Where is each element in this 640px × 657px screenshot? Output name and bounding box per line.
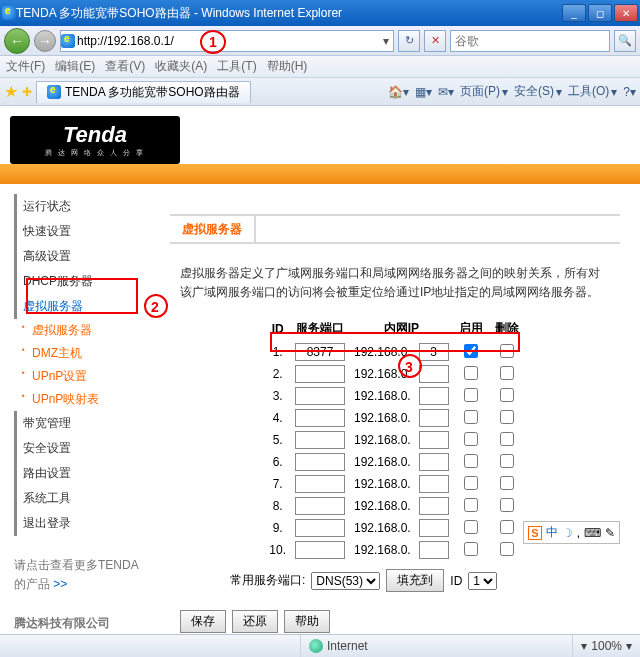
refresh-button[interactable]: ↻	[398, 30, 420, 52]
row-id: 3.	[265, 385, 290, 407]
address-dropdown[interactable]: ▾	[379, 34, 393, 48]
menu-view[interactable]: 查看(V)	[105, 58, 145, 75]
sidebar-sub-upnp-map[interactable]: UPnP映射表	[14, 388, 140, 411]
ip-input[interactable]	[419, 453, 449, 471]
search-input[interactable]	[451, 34, 609, 48]
delete-checkbox[interactable]	[500, 498, 514, 512]
enable-checkbox[interactable]	[464, 454, 478, 468]
minimize-button[interactable]: _	[562, 4, 586, 22]
ime-settings-icon[interactable]: ✎	[605, 526, 615, 540]
zoom-dropdown[interactable]: ▾	[626, 639, 632, 653]
ip-input[interactable]	[419, 497, 449, 515]
menu-file[interactable]: 文件(F)	[6, 58, 45, 75]
sidebar-item-security[interactable]: 安全设置	[14, 436, 140, 461]
sidebar-sub-upnp[interactable]: UPnP设置	[14, 365, 140, 388]
page-menu[interactable]: 页面(P)▾	[460, 83, 508, 100]
search-box[interactable]	[450, 30, 610, 52]
add-favorite-icon[interactable]: ✚	[22, 85, 32, 99]
menu-help[interactable]: 帮助(H)	[267, 58, 308, 75]
ip-input[interactable]	[419, 387, 449, 405]
ip-input[interactable]	[419, 409, 449, 427]
port-input[interactable]	[295, 541, 345, 559]
sidebar-sub-dmz[interactable]: DMZ主机	[14, 342, 140, 365]
ip-input[interactable]	[419, 519, 449, 537]
port-input[interactable]	[295, 387, 345, 405]
restore-button[interactable]: 还原	[232, 610, 278, 633]
port-input[interactable]	[295, 409, 345, 427]
sidebar-item-routing[interactable]: 路由设置	[14, 461, 140, 486]
port-input[interactable]	[295, 431, 345, 449]
ip-input[interactable]	[419, 431, 449, 449]
help-button[interactable]: ?▾	[623, 83, 636, 100]
enable-checkbox[interactable]	[464, 388, 478, 402]
zoom-out-icon[interactable]: ▾	[581, 639, 587, 653]
back-button[interactable]: ←	[4, 28, 30, 54]
home-button[interactable]: 🏠▾	[388, 83, 409, 100]
url-input[interactable]	[75, 34, 379, 48]
sidebar-item-bandwidth[interactable]: 带宽管理	[14, 411, 140, 436]
id-select[interactable]: 1	[468, 572, 497, 590]
port-input[interactable]	[295, 497, 345, 515]
enable-checkbox[interactable]	[464, 410, 478, 424]
enable-checkbox[interactable]	[464, 366, 478, 380]
sidebar-item-status[interactable]: 运行状态	[14, 194, 140, 219]
more-products-link[interactable]: >>	[53, 577, 67, 591]
common-port-label: 常用服务端口:	[230, 572, 305, 589]
ip-input[interactable]	[419, 365, 449, 383]
ip-input[interactable]	[419, 541, 449, 559]
tools-menu[interactable]: 工具(O)▾	[568, 83, 617, 100]
mail-button[interactable]: ✉▾	[438, 83, 454, 100]
save-button[interactable]: 保存	[180, 610, 226, 633]
delete-checkbox[interactable]	[500, 388, 514, 402]
fill-button[interactable]: 填充到	[386, 569, 444, 592]
menu-tools[interactable]: 工具(T)	[217, 58, 256, 75]
sidebar-item-logout[interactable]: 退出登录	[14, 511, 140, 536]
panel-title: 虚拟服务器	[170, 214, 256, 244]
globe-icon	[309, 639, 323, 653]
ime-moon-icon[interactable]: ☽	[562, 526, 573, 540]
enable-checkbox[interactable]	[464, 498, 478, 512]
port-input[interactable]	[295, 453, 345, 471]
common-port-select[interactable]: DNS(53)	[311, 572, 380, 590]
enable-checkbox[interactable]	[464, 520, 478, 534]
search-button[interactable]: 🔍	[614, 30, 636, 52]
feeds-button[interactable]: ▦▾	[415, 83, 432, 100]
enable-checkbox[interactable]	[464, 432, 478, 446]
enable-checkbox[interactable]	[464, 476, 478, 490]
delete-checkbox[interactable]	[500, 432, 514, 446]
favorites-icon[interactable]: ★	[4, 82, 18, 101]
ime-toolbar[interactable]: S 中 ☽ , ⌨ ✎	[523, 521, 620, 544]
delete-checkbox[interactable]	[500, 366, 514, 380]
delete-checkbox[interactable]	[500, 542, 514, 556]
delete-checkbox[interactable]	[500, 410, 514, 424]
delete-checkbox[interactable]	[500, 520, 514, 534]
maximize-button[interactable]: ◻	[588, 4, 612, 22]
port-input[interactable]	[295, 365, 345, 383]
sidebar-item-system[interactable]: 系统工具	[14, 486, 140, 511]
safety-menu[interactable]: 安全(S)▾	[514, 83, 562, 100]
address-bar[interactable]: ▾	[60, 30, 394, 52]
company-name: 腾达科技有限公司	[14, 616, 110, 630]
ime-keyboard-icon[interactable]: ⌨	[584, 526, 601, 540]
enable-checkbox[interactable]	[464, 542, 478, 556]
forward-button[interactable]: →	[34, 30, 56, 52]
ime-comma-icon[interactable]: ,	[577, 526, 580, 540]
sidebar-item-advanced[interactable]: 高级设置	[14, 244, 140, 269]
delete-checkbox[interactable]	[500, 476, 514, 490]
stop-button[interactable]: ✕	[424, 30, 446, 52]
port-input[interactable]	[295, 519, 345, 537]
window-titlebar: TENDA 多功能宽带SOHO路由器 - Windows Internet Ex…	[0, 0, 640, 26]
ip-input[interactable]	[419, 475, 449, 493]
ip-prefix: 192.168.0.	[350, 385, 415, 407]
help-button[interactable]: 帮助	[284, 610, 330, 633]
close-button[interactable]: ✕	[614, 4, 638, 22]
sidebar-item-quick[interactable]: 快速设置	[14, 219, 140, 244]
ime-zh[interactable]: 中	[546, 524, 558, 541]
port-input[interactable]	[295, 475, 345, 493]
delete-checkbox[interactable]	[500, 454, 514, 468]
sidebar-sub-virtual[interactable]: 虚拟服务器	[14, 319, 140, 342]
browser-tab[interactable]: TENDA 多功能宽带SOHO路由器	[36, 81, 251, 103]
table-row: 9.192.168.0.	[265, 517, 524, 539]
menu-edit[interactable]: 编辑(E)	[55, 58, 95, 75]
menu-favorites[interactable]: 收藏夹(A)	[155, 58, 207, 75]
